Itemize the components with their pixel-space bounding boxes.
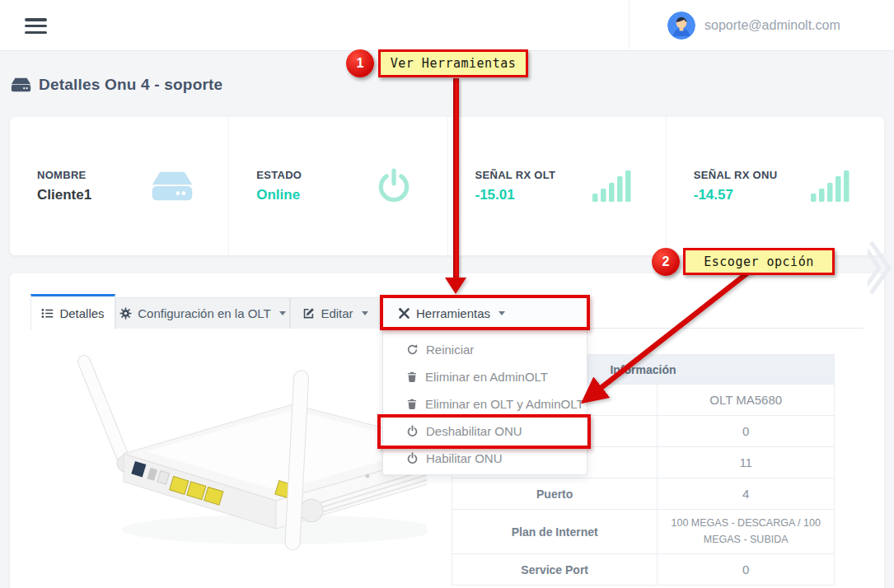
power-status-icon	[375, 167, 413, 205]
stat-rx-onu-label: SEÑAL RX ONU	[694, 169, 778, 181]
table-row: Plan de Internet 100 MEGAS - DESCARGA / …	[452, 510, 835, 554]
stat-rx-olt-label: SEÑAL RX OLT	[475, 169, 556, 181]
tab-editar[interactable]: Editar	[290, 297, 381, 329]
top-navbar: soporte@adminolt.com	[0, 0, 894, 51]
arrow-down-head	[445, 278, 466, 294]
status-summary-card: NOMBRE Cliente1 ESTADO Online SEÑAL RX O…	[10, 117, 884, 255]
table-row: Service Port 0	[452, 554, 835, 586]
list-icon	[41, 307, 54, 320]
arrow-diagonal	[552, 259, 766, 420]
stat-estado-label: ESTADO	[256, 169, 302, 181]
stat-estado: ESTADO Online	[228, 117, 447, 255]
device-icon	[151, 170, 194, 203]
trash-icon	[406, 398, 418, 410]
signal-bars-icon	[592, 169, 631, 203]
antenna-left	[76, 353, 130, 464]
stat-rx-onu-value: -14.57	[694, 187, 778, 203]
user-email: soporte@adminolt.com	[704, 18, 840, 33]
step-1-badge: 1	[346, 49, 374, 77]
highlight-box-herramientas	[380, 295, 590, 330]
step-2-badge: 2	[652, 248, 680, 276]
trash-icon	[406, 371, 418, 383]
chevron-down-icon	[362, 311, 368, 315]
tab-detalles-label: Detalles	[59, 306, 104, 320]
tab-detalles[interactable]: Detalles	[30, 294, 115, 329]
stat-nombre-value: Cliente1	[37, 187, 91, 203]
onu-device-icon	[11, 77, 31, 93]
tab-editar-label: Editar	[321, 306, 353, 320]
highlight-box-deshabilitar	[377, 414, 591, 449]
step-1-callout: Ver Herramientas	[378, 49, 528, 77]
stat-rx-olt-value: -15.01	[475, 187, 556, 203]
user-avatar	[667, 12, 695, 40]
arrow-down	[453, 78, 459, 278]
chevron-down-icon	[279, 311, 286, 315]
power-icon	[406, 452, 419, 464]
stat-rx-onu: SEÑAL RX ONU -14.57	[666, 117, 884, 255]
stat-nombre-label: NOMBRE	[37, 169, 91, 181]
page-title-row: Detalles Onu 4 - soporte	[11, 76, 222, 94]
user-menu[interactable]: soporte@adminolt.com	[629, 0, 894, 51]
stat-estado-value: Online	[256, 187, 302, 203]
edit-icon	[302, 307, 315, 320]
gear-icon	[119, 307, 132, 320]
onu-product-image	[40, 336, 427, 567]
hamburger-menu-icon[interactable]	[25, 18, 47, 34]
refresh-icon	[406, 343, 419, 356]
table-row: Puerto 4	[452, 478, 835, 510]
right-edge-decoration	[868, 240, 894, 295]
signal-bars-icon	[811, 169, 850, 203]
stat-rx-olt: SEÑAL RX OLT -15.01	[447, 117, 666, 255]
tab-configuracion-olt[interactable]: Configuración en la OLT	[115, 297, 290, 329]
stat-nombre: NOMBRE Cliente1	[10, 117, 228, 255]
page: soporte@adminolt.com Detalles Onu 4 - so…	[0, 0, 894, 588]
page-title: Detalles Onu 4 - soporte	[39, 76, 222, 94]
tab-configuracion-label: Configuración en la OLT	[138, 306, 270, 320]
step-2-callout: Escoger opción	[683, 248, 835, 275]
